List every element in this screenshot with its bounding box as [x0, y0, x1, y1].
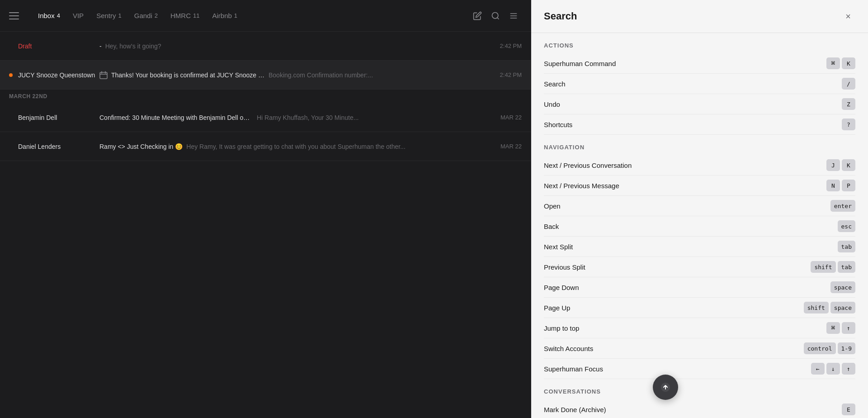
compose-fab-icon: [660, 382, 671, 393]
sentry-badge: 1: [118, 12, 121, 19]
sentry-label: Sentry: [96, 12, 116, 19]
shortcut-page-down: Page Down space: [544, 277, 855, 298]
email-time: MAR 22: [500, 114, 522, 121]
nav-tab-hmrc[interactable]: HMRC 11: [165, 9, 205, 22]
email-preview: Hey, how's it going?: [105, 43, 161, 50]
svg-rect-2: [510, 15, 517, 16]
nav-tab-inbox[interactable]: Inbox 4: [33, 9, 66, 22]
svg-rect-3: [510, 18, 517, 19]
more-button[interactable]: [505, 8, 522, 24]
shortcut-keys: shift space: [804, 302, 855, 314]
shortcut-keys: /: [842, 78, 855, 90]
shortcut-switch-accounts: Switch Accounts control 1-9: [544, 338, 855, 359]
shortcut-label: Search: [544, 80, 566, 88]
shortcut-keys: J K: [826, 159, 855, 171]
shortcut-open: Open enter: [544, 196, 855, 216]
key-tab: tab: [838, 241, 855, 252]
email-subject: Confirmed: 30 Minute Meeting with Benjam…: [99, 114, 253, 121]
email-subject: -: [99, 43, 102, 50]
key-slash: /: [842, 78, 855, 90]
shortcut-next-split: Next Split tab: [544, 237, 855, 257]
shortcuts-title: Search: [544, 10, 577, 22]
email-list: Draft - Hey, how's it going? 2:42 PM JUC…: [0, 32, 531, 418]
shortcuts-header: Search ×: [531, 0, 868, 33]
email-content: Confirmed: 30 Minute Meeting with Benjam…: [99, 114, 495, 121]
key-k: K: [842, 57, 855, 69]
email-time: 2:42 PM: [500, 43, 522, 49]
shortcut-label: Page Down: [544, 284, 579, 291]
section-title-conversations: Conversations: [544, 388, 855, 395]
hamburger-menu[interactable]: [9, 9, 24, 23]
airbnb-label: Airbnb: [212, 12, 231, 19]
email-subject: Ramy <> Just Checking in 😊: [99, 143, 183, 150]
unread-indicator: [9, 44, 13, 48]
key-left: ←: [811, 363, 825, 375]
key-enter: enter: [830, 200, 855, 212]
nav-tab-gandi[interactable]: Gandi 2: [129, 9, 163, 22]
nav-tab-airbnb[interactable]: Airbnb 1: [207, 9, 243, 22]
email-sender: Benjamin Dell: [18, 114, 99, 121]
email-sender: Daniel Lenders: [18, 143, 99, 150]
key-n: N: [826, 180, 840, 191]
key-control: control: [804, 342, 836, 354]
gandi-label: Gandi: [134, 12, 152, 19]
unread-indicator: [9, 145, 13, 148]
vip-label: VIP: [73, 12, 84, 19]
shortcut-keys: Z: [842, 98, 855, 110]
email-preview: Hi Ramy Khuffash, Your 30 Minute...: [257, 114, 359, 121]
key-cmd: ⌘: [826, 322, 840, 334]
shortcut-keys: ⌘ ↑: [826, 322, 855, 334]
shortcut-label: Jump to top: [544, 324, 579, 332]
shortcut-keys: E: [842, 404, 855, 415]
shortcut-label: Switch Accounts: [544, 345, 593, 352]
key-up: ↑: [842, 363, 855, 375]
close-button[interactable]: ×: [841, 9, 855, 24]
email-row-daniel[interactable]: Daniel Lenders Ramy <> Just Checking in …: [0, 132, 531, 161]
email-row-draft[interactable]: Draft - Hey, how's it going? 2:42 PM: [0, 32, 531, 61]
unread-indicator: [9, 73, 13, 77]
email-time: MAR 22: [500, 143, 522, 150]
shortcut-jump-top: Jump to top ⌘ ↑: [544, 318, 855, 338]
shortcut-label: Back: [544, 223, 559, 230]
email-sender: JUCY Snooze Queenstown: [18, 71, 99, 79]
key-e: E: [842, 404, 855, 415]
email-panel: Inbox 4 VIP Sentry 1 Gandi 2 HMRC 11 Air…: [0, 0, 531, 418]
email-subject: Thanks! Your booking is confirmed at JUC…: [111, 71, 265, 79]
email-sender: Draft: [18, 43, 99, 50]
shortcut-keys: control 1-9: [804, 342, 855, 354]
nav-tab-sentry[interactable]: Sentry 1: [91, 9, 127, 22]
email-content: Ramy <> Just Checking in 😊 Hey Ramy, It …: [99, 143, 495, 150]
shortcut-keys: ← ↓ ↑: [811, 363, 855, 375]
email-preview: Booking.com Confirmation number:...: [269, 71, 373, 79]
shortcut-next-prev-message: Next / Previous Message N P: [544, 176, 855, 196]
nav-tab-vip[interactable]: VIP: [67, 9, 89, 22]
shortcut-back: Back esc: [544, 216, 855, 237]
inbox-badge: 4: [57, 12, 60, 19]
key-shift: shift: [804, 302, 829, 314]
shortcut-keys: ?: [842, 119, 855, 130]
key-z: Z: [842, 98, 855, 110]
key-question: ?: [842, 119, 855, 130]
shortcut-keys: shift tab: [811, 261, 855, 273]
shortcut-keys: enter: [830, 200, 855, 212]
email-row-jucy[interactable]: JUCY Snooze Queenstown Thanks! Your book…: [0, 61, 531, 90]
shortcut-label: Superhuman Command: [544, 60, 616, 67]
shortcut-mark-done: Mark Done (Archive) E: [544, 399, 855, 418]
shortcut-label: Shortcuts: [544, 121, 572, 128]
airbnb-badge: 1: [234, 12, 237, 19]
compose-button[interactable]: [469, 8, 486, 24]
email-row-benjamin[interactable]: Benjamin Dell Confirmed: 30 Minute Meeti…: [0, 103, 531, 132]
search-button[interactable]: [487, 8, 504, 24]
compose-fab[interactable]: [653, 375, 678, 400]
inbox-label: Inbox: [38, 12, 55, 19]
shortcut-search: Search /: [544, 74, 855, 94]
shortcut-label: Mark Done (Archive): [544, 406, 606, 413]
shortcut-label: Next / Previous Conversation: [544, 162, 632, 169]
shortcut-undo: Undo Z: [544, 94, 855, 114]
unread-indicator: [9, 116, 13, 119]
key-tab: tab: [838, 261, 855, 273]
key-k: K: [842, 159, 855, 171]
section-header-march22: March 22nd: [0, 90, 531, 103]
calendar-icon: [99, 71, 108, 79]
email-time: 2:42 PM: [500, 71, 522, 78]
